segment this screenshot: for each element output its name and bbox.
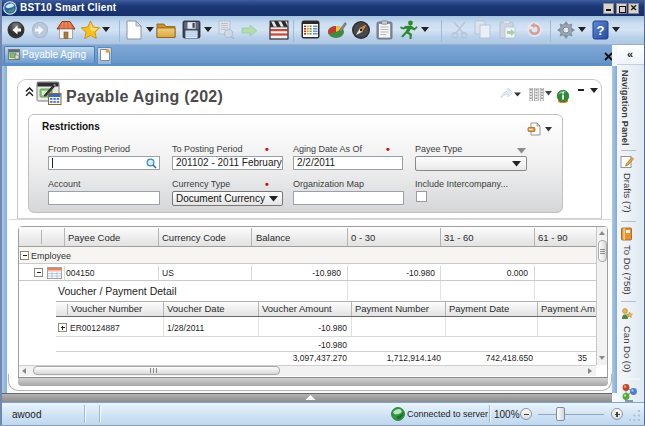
svg-text:?: ? [597, 23, 605, 38]
